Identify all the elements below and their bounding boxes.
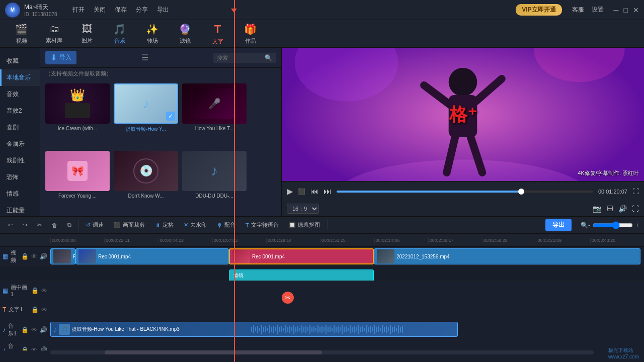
close-window-button[interactable]: ✕ bbox=[633, 6, 639, 14]
media-item-how-you-like[interactable]: 🎤 How You Like T... bbox=[182, 83, 247, 147]
expand-button[interactable]: ⛶ bbox=[632, 205, 639, 213]
ratio-select[interactable]: 16：9 9：16 1：1 bbox=[287, 204, 319, 214]
media-item-forever-young[interactable]: 🎀 Forever Young ... bbox=[45, 151, 110, 213]
cut-button[interactable]: ✂ bbox=[34, 220, 45, 230]
sidebar-item-local-music[interactable]: 本地音乐 bbox=[0, 69, 40, 86]
remove-watermark-button[interactable]: ✕ 去水印 bbox=[181, 220, 210, 230]
freeze-button[interactable]: ⏸ 定格 bbox=[152, 220, 177, 230]
svg-rect-44 bbox=[319, 327, 320, 332]
minimize-button[interactable]: ─ bbox=[614, 6, 619, 14]
sidebar-item-sfx2[interactable]: 音效2 bbox=[0, 103, 40, 119]
media-item-extract[interactable]: ♪ ✓ 提取音频-How Y... bbox=[114, 83, 178, 147]
snapshot-button[interactable]: 📷 bbox=[593, 205, 601, 213]
svg-rect-80 bbox=[392, 327, 393, 332]
share-button[interactable]: 分享 bbox=[136, 6, 148, 14]
save-button[interactable]: 保存 bbox=[115, 6, 127, 14]
music1-audio-button[interactable]: 🔊 bbox=[40, 326, 47, 333]
video-clip-1[interactable]: R... bbox=[50, 248, 75, 264]
customer-service-link[interactable]: 客服 bbox=[572, 6, 584, 14]
nav-materials[interactable]: 🗂 素材库 bbox=[38, 21, 70, 47]
music2-visible-button[interactable]: 👁 bbox=[31, 346, 37, 351]
settings-link[interactable]: 设置 bbox=[592, 6, 604, 14]
sort-button[interactable]: ☰ bbox=[141, 53, 148, 62]
next-frame-button[interactable]: ⏭ bbox=[324, 187, 332, 196]
zoom-slider[interactable] bbox=[593, 221, 633, 229]
sidebar-item-sfx[interactable]: 音效 bbox=[0, 86, 40, 103]
timeline-scrollbar[interactable] bbox=[50, 350, 594, 354]
sidebar-item-dramatic[interactable]: 戏剧性 bbox=[0, 152, 40, 169]
vip-button[interactable]: VIP立即开通 bbox=[516, 4, 561, 16]
music1-visible-button[interactable]: 👁 bbox=[31, 326, 37, 333]
sidebar-item-emotion[interactable]: 情感 bbox=[0, 186, 40, 202]
speed-button[interactable]: ↺ 调速 bbox=[83, 220, 107, 230]
text-visible-button[interactable]: 👁 bbox=[41, 306, 47, 313]
redo-button[interactable]: ↪ bbox=[20, 220, 30, 230]
thumb-label-ddu-du: DDU-DU DDU-... bbox=[182, 193, 247, 199]
music1-lock-button[interactable]: 🔒 bbox=[21, 326, 29, 333]
zoom-out-button[interactable]: 🔍- bbox=[581, 222, 590, 229]
media-item-dont-know[interactable]: 💿 Don't Know W... bbox=[114, 151, 178, 213]
nav-text[interactable]: T 文字 bbox=[201, 20, 234, 48]
full-screen-button[interactable]: ⛶ bbox=[632, 188, 639, 195]
svg-rect-32 bbox=[295, 327, 296, 332]
media-item-ice-cream[interactable]: 👑 Ice Cream (with... bbox=[45, 83, 110, 147]
search-box[interactable]: 🔍 bbox=[213, 53, 276, 63]
pip-lock-button[interactable]: 🔒 bbox=[31, 287, 39, 294]
music1-track-content: ♪ 🎵 提取音频-How You Like That - BLACKPINK.m… bbox=[50, 319, 644, 340]
multi-select-button[interactable]: ⧉ bbox=[64, 220, 74, 230]
nav-filter[interactable]: 🔮 滤镜 bbox=[169, 21, 201, 47]
delete-button[interactable]: 🗑 bbox=[49, 221, 60, 230]
maximize-button[interactable]: □ bbox=[624, 6, 628, 14]
media-item-ddu-du[interactable]: ♪ DDU-DU DDU-... bbox=[182, 151, 247, 213]
music-nav-icon: 🎵 bbox=[113, 23, 126, 35]
sidebar-item-metal[interactable]: 金属乐 bbox=[0, 136, 40, 152]
close-button[interactable]: 关闭 bbox=[94, 6, 106, 14]
sidebar-item-positive[interactable]: 正能量 bbox=[0, 202, 40, 219]
music1-clip[interactable]: ♪ 🎵 提取音频-How You Like That - BLACKPINK.m… bbox=[50, 322, 458, 337]
sidebar-item-favorites[interactable]: 收藏 bbox=[0, 53, 40, 69]
play-button[interactable]: ▶ bbox=[287, 187, 293, 196]
search-input[interactable] bbox=[217, 55, 262, 61]
video-clip-4[interactable]: 20221012_153256.mp4 bbox=[374, 248, 640, 264]
progress-bar[interactable] bbox=[337, 191, 593, 193]
video-visible-button[interactable]: 👁 bbox=[31, 253, 37, 260]
undo-button[interactable]: ↩ bbox=[5, 220, 16, 230]
time-display: 00:01:20:07 bbox=[598, 189, 627, 195]
text-track: T 文字1 🔒 👁 bbox=[0, 300, 644, 319]
audio-button[interactable]: 🔊 bbox=[618, 205, 627, 213]
music2-track-controls: 🔒 👁 🔊 bbox=[21, 346, 47, 351]
camera-button[interactable]: 🎞 bbox=[606, 205, 613, 213]
open-button[interactable]: 打开 bbox=[72, 6, 85, 14]
zoom-in-button[interactable]: + bbox=[635, 222, 639, 229]
music2-audio-button[interactable]: 🔊 bbox=[40, 346, 47, 351]
crop-button[interactable]: ⬛ 画面裁剪 bbox=[111, 220, 148, 230]
nav-images[interactable]: 🖼 图片 bbox=[70, 21, 103, 47]
video-clip-3[interactable]: Rec 0001.mp4 bbox=[229, 248, 374, 264]
prev-frame-button[interactable]: ⏮ bbox=[310, 187, 318, 196]
text-lock-button[interactable]: 🔒 bbox=[31, 306, 39, 313]
scissors-playhead[interactable]: ✂ bbox=[282, 292, 294, 304]
svg-rect-61 bbox=[354, 326, 355, 333]
video-clip-2[interactable]: Rec 0001.mp4 bbox=[75, 248, 229, 264]
svg-rect-57 bbox=[346, 326, 347, 332]
sidebar-item-comedy[interactable]: 喜剧 bbox=[0, 119, 40, 136]
video-lock-button[interactable]: 🔒 bbox=[21, 253, 29, 260]
pip-track: ▦ 画中画1 🔒 👁 bbox=[0, 281, 644, 300]
export-button[interactable]: 导出 bbox=[545, 219, 572, 231]
import-button[interactable]: ⬇ 导入 bbox=[45, 51, 76, 64]
music2-lock-button[interactable]: 🔒 bbox=[21, 346, 29, 351]
chroma-key-button[interactable]: 🔲 绿幕抠图 bbox=[286, 220, 323, 230]
stop-button[interactable]: ⬛ bbox=[298, 188, 305, 195]
nav-music[interactable]: 🎵 音乐 bbox=[103, 21, 136, 47]
export-title-button[interactable]: 导出 bbox=[157, 6, 169, 14]
filter-clip[interactable]: 滤镜 bbox=[229, 269, 374, 281]
nav-works[interactable]: 🎁 作品 bbox=[234, 21, 267, 47]
pip-visible-button[interactable]: 👁 bbox=[41, 287, 47, 294]
playhead[interactable] bbox=[234, 0, 235, 362]
nav-video[interactable]: 🎬 视频 bbox=[5, 21, 38, 47]
nav-transition[interactable]: ✨ 转场 bbox=[136, 21, 169, 47]
sidebar-item-horror[interactable]: 恐怖 bbox=[0, 169, 40, 186]
video-audio-button[interactable]: 🔊 bbox=[40, 253, 47, 260]
nav-transition-label: 转场 bbox=[147, 37, 158, 45]
tts-button[interactable]: T 文字转语音 bbox=[243, 220, 282, 230]
